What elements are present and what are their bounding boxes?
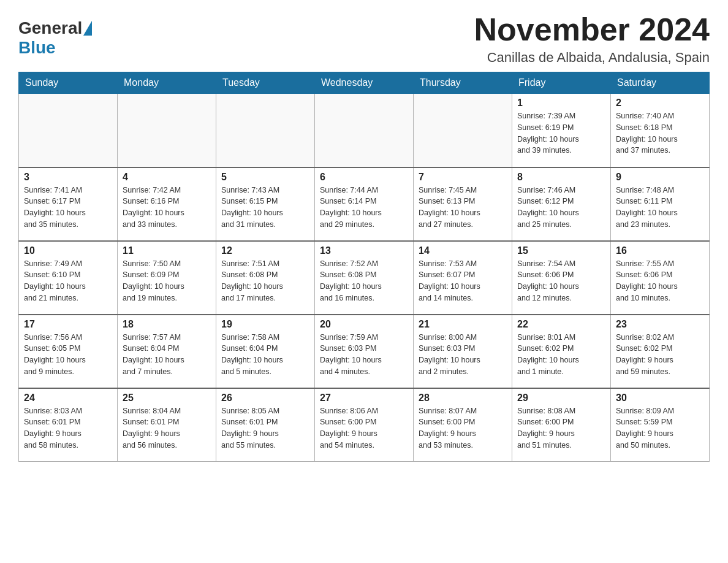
day-info: Sunrise: 7:41 AMSunset: 6:17 PMDaylight:… xyxy=(24,185,112,231)
day-number: 23 xyxy=(616,319,704,330)
day-number: 3 xyxy=(24,172,112,183)
calendar-cell: 13Sunrise: 7:52 AMSunset: 6:08 PMDayligh… xyxy=(315,241,414,315)
day-number: 1 xyxy=(517,98,605,109)
calendar-cell: 30Sunrise: 8:09 AMSunset: 5:59 PMDayligh… xyxy=(611,388,710,462)
day-info: Sunrise: 7:46 AMSunset: 6:12 PMDaylight:… xyxy=(517,185,605,231)
calendar-cell: 14Sunrise: 7:53 AMSunset: 6:07 PMDayligh… xyxy=(414,241,512,315)
calendar-cell xyxy=(315,94,414,167)
calendar-cell xyxy=(414,94,512,167)
day-info: Sunrise: 7:58 AMSunset: 6:04 PMDaylight:… xyxy=(221,332,309,378)
day-info: Sunrise: 8:08 AMSunset: 6:00 PMDaylight:… xyxy=(517,405,605,451)
calendar-cell: 28Sunrise: 8:07 AMSunset: 6:00 PMDayligh… xyxy=(414,388,512,462)
header: General Blue November 2024 Canillas de A… xyxy=(18,12,710,66)
day-info: Sunrise: 7:55 AMSunset: 6:06 PMDaylight:… xyxy=(616,258,704,304)
calendar-week-row: 24Sunrise: 8:03 AMSunset: 6:01 PMDayligh… xyxy=(19,388,710,462)
calendar-cell: 19Sunrise: 7:58 AMSunset: 6:04 PMDayligh… xyxy=(216,315,315,388)
calendar-cell: 9Sunrise: 7:48 AMSunset: 6:11 PMDaylight… xyxy=(611,167,710,241)
logo: General Blue xyxy=(18,18,93,58)
weekday-header-friday: Friday xyxy=(512,72,611,94)
day-number: 15 xyxy=(517,245,605,256)
calendar-cell: 7Sunrise: 7:45 AMSunset: 6:13 PMDaylight… xyxy=(414,167,512,241)
day-number: 13 xyxy=(320,245,408,256)
calendar-cell: 20Sunrise: 7:59 AMSunset: 6:03 PMDayligh… xyxy=(315,315,414,388)
calendar-table: SundayMondayTuesdayWednesdayThursdayFrid… xyxy=(18,72,710,462)
day-info: Sunrise: 7:51 AMSunset: 6:08 PMDaylight:… xyxy=(221,258,309,304)
calendar-cell: 26Sunrise: 8:05 AMSunset: 6:01 PMDayligh… xyxy=(216,388,315,462)
title-area: November 2024 Canillas de Albaida, Andal… xyxy=(474,12,710,66)
day-info: Sunrise: 8:01 AMSunset: 6:02 PMDaylight:… xyxy=(517,332,605,378)
weekday-header-saturday: Saturday xyxy=(611,72,710,94)
day-number: 9 xyxy=(616,172,704,183)
day-number: 11 xyxy=(123,245,211,256)
day-info: Sunrise: 7:48 AMSunset: 6:11 PMDaylight:… xyxy=(616,185,704,231)
day-info: Sunrise: 7:53 AMSunset: 6:07 PMDaylight:… xyxy=(419,258,507,304)
calendar-week-row: 17Sunrise: 7:56 AMSunset: 6:05 PMDayligh… xyxy=(19,315,710,388)
calendar-cell xyxy=(118,94,216,167)
calendar-cell: 23Sunrise: 8:02 AMSunset: 6:02 PMDayligh… xyxy=(611,315,710,388)
calendar-cell: 15Sunrise: 7:54 AMSunset: 6:06 PMDayligh… xyxy=(512,241,611,315)
day-info: Sunrise: 7:50 AMSunset: 6:09 PMDaylight:… xyxy=(123,258,211,304)
day-number: 22 xyxy=(517,319,605,330)
day-info: Sunrise: 7:56 AMSunset: 6:05 PMDaylight:… xyxy=(24,332,112,378)
day-number: 18 xyxy=(123,319,211,330)
logo-general: General xyxy=(18,18,93,38)
calendar-cell: 18Sunrise: 7:57 AMSunset: 6:04 PMDayligh… xyxy=(118,315,216,388)
month-title: November 2024 xyxy=(474,12,710,47)
day-info: Sunrise: 7:40 AMSunset: 6:18 PMDaylight:… xyxy=(616,110,704,156)
weekday-header-sunday: Sunday xyxy=(19,72,118,94)
calendar-cell: 11Sunrise: 7:50 AMSunset: 6:09 PMDayligh… xyxy=(118,241,216,315)
logo-general-text: General xyxy=(18,18,82,38)
day-number: 19 xyxy=(221,319,309,330)
calendar-cell: 21Sunrise: 8:00 AMSunset: 6:03 PMDayligh… xyxy=(414,315,512,388)
day-number: 17 xyxy=(24,319,112,330)
calendar-cell: 1Sunrise: 7:39 AMSunset: 6:19 PMDaylight… xyxy=(512,94,611,167)
day-info: Sunrise: 7:49 AMSunset: 6:10 PMDaylight:… xyxy=(24,258,112,304)
day-number: 26 xyxy=(221,393,309,404)
calendar-week-row: 10Sunrise: 7:49 AMSunset: 6:10 PMDayligh… xyxy=(19,241,710,315)
day-number: 4 xyxy=(123,172,211,183)
day-number: 14 xyxy=(419,245,507,256)
weekday-header-wednesday: Wednesday xyxy=(315,72,414,94)
calendar-cell: 17Sunrise: 7:56 AMSunset: 6:05 PMDayligh… xyxy=(19,315,118,388)
day-info: Sunrise: 8:09 AMSunset: 5:59 PMDaylight:… xyxy=(616,405,704,451)
day-number: 6 xyxy=(320,172,408,183)
day-number: 10 xyxy=(24,245,112,256)
day-number: 7 xyxy=(419,172,507,183)
calendar-cell: 16Sunrise: 7:55 AMSunset: 6:06 PMDayligh… xyxy=(611,241,710,315)
day-info: Sunrise: 7:59 AMSunset: 6:03 PMDaylight:… xyxy=(320,332,408,378)
weekday-header-tuesday: Tuesday xyxy=(216,72,315,94)
day-info: Sunrise: 7:39 AMSunset: 6:19 PMDaylight:… xyxy=(517,110,605,156)
day-number: 21 xyxy=(419,319,507,330)
day-info: Sunrise: 7:57 AMSunset: 6:04 PMDaylight:… xyxy=(123,332,211,378)
calendar-week-row: 1Sunrise: 7:39 AMSunset: 6:19 PMDaylight… xyxy=(19,94,710,167)
calendar-cell: 24Sunrise: 8:03 AMSunset: 6:01 PMDayligh… xyxy=(19,388,118,462)
calendar-cell: 2Sunrise: 7:40 AMSunset: 6:18 PMDaylight… xyxy=(611,94,710,167)
calendar-cell: 25Sunrise: 8:04 AMSunset: 6:01 PMDayligh… xyxy=(118,388,216,462)
location-subtitle: Canillas de Albaida, Andalusia, Spain xyxy=(474,50,710,66)
calendar-cell xyxy=(19,94,118,167)
day-info: Sunrise: 7:43 AMSunset: 6:15 PMDaylight:… xyxy=(221,185,309,231)
calendar-cell: 4Sunrise: 7:42 AMSunset: 6:16 PMDaylight… xyxy=(118,167,216,241)
day-number: 20 xyxy=(320,319,408,330)
day-number: 30 xyxy=(616,393,704,404)
day-info: Sunrise: 7:44 AMSunset: 6:14 PMDaylight:… xyxy=(320,185,408,231)
day-info: Sunrise: 7:52 AMSunset: 6:08 PMDaylight:… xyxy=(320,258,408,304)
calendar-cell: 5Sunrise: 7:43 AMSunset: 6:15 PMDaylight… xyxy=(216,167,315,241)
calendar-cell: 27Sunrise: 8:06 AMSunset: 6:00 PMDayligh… xyxy=(315,388,414,462)
day-number: 12 xyxy=(221,245,309,256)
day-info: Sunrise: 7:54 AMSunset: 6:06 PMDaylight:… xyxy=(517,258,605,304)
day-number: 5 xyxy=(221,172,309,183)
logo-triangle-icon xyxy=(83,21,92,36)
weekday-header-row: SundayMondayTuesdayWednesdayThursdayFrid… xyxy=(19,72,710,94)
day-info: Sunrise: 8:02 AMSunset: 6:02 PMDaylight:… xyxy=(616,332,704,378)
calendar-cell: 22Sunrise: 8:01 AMSunset: 6:02 PMDayligh… xyxy=(512,315,611,388)
day-number: 28 xyxy=(419,393,507,404)
calendar-cell: 29Sunrise: 8:08 AMSunset: 6:00 PMDayligh… xyxy=(512,388,611,462)
day-info: Sunrise: 8:05 AMSunset: 6:01 PMDaylight:… xyxy=(221,405,309,451)
calendar-cell: 10Sunrise: 7:49 AMSunset: 6:10 PMDayligh… xyxy=(19,241,118,315)
day-number: 27 xyxy=(320,393,408,404)
calendar-cell xyxy=(216,94,315,167)
day-info: Sunrise: 7:42 AMSunset: 6:16 PMDaylight:… xyxy=(123,185,211,231)
day-info: Sunrise: 8:06 AMSunset: 6:00 PMDaylight:… xyxy=(320,405,408,451)
calendar-week-row: 3Sunrise: 7:41 AMSunset: 6:17 PMDaylight… xyxy=(19,167,710,241)
